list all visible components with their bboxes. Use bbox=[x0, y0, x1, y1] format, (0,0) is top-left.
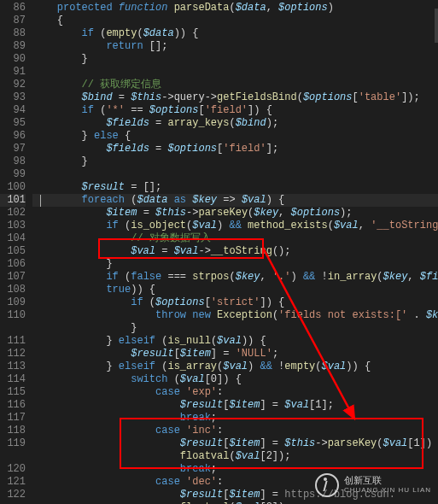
line-number: 114 bbox=[0, 373, 26, 386]
line-number: 109 bbox=[0, 296, 26, 309]
watermark-logo-icon bbox=[315, 473, 339, 497]
code-line[interactable]: } elseif (is_null($val)) { bbox=[32, 335, 438, 348]
line-number: 116 bbox=[0, 399, 26, 412]
code-line[interactable]: $result = []; bbox=[32, 181, 438, 194]
line-number: 97 bbox=[0, 143, 26, 155]
watermark-sub-text: CHUANG XIN HU LIAN bbox=[344, 485, 431, 495]
watermark-main-text: 创新互联 bbox=[344, 475, 431, 485]
line-number: 122 bbox=[0, 489, 26, 501]
line-number: 102 bbox=[0, 207, 26, 220]
line-number: 99 bbox=[0, 168, 26, 181]
code-line[interactable]: $val = $val->__toString(); bbox=[32, 245, 438, 258]
line-number: 111 bbox=[0, 335, 26, 348]
line-number: 108 bbox=[0, 284, 26, 296]
code-line[interactable]: if ('*' == $options['field']) { bbox=[32, 104, 438, 117]
code-line[interactable] bbox=[32, 168, 438, 181]
code-line[interactable]: case 'inc': bbox=[32, 425, 438, 437]
code-line[interactable]: if ($options['strict']) { bbox=[32, 296, 438, 309]
line-number: 110 bbox=[0, 309, 26, 322]
line-number: 106 bbox=[0, 258, 26, 271]
code-line[interactable]: $fields = array_keys($bind); bbox=[32, 117, 438, 130]
code-line[interactable]: $fields = $options['field']; bbox=[32, 143, 438, 155]
code-line[interactable]: throw new Exception('fields not exists:[… bbox=[32, 309, 438, 322]
watermark: 创新互联 CHUANG XIN HU LIAN bbox=[315, 473, 431, 497]
code-line[interactable]: return []; bbox=[32, 40, 438, 53]
line-number: 95 bbox=[0, 117, 26, 130]
code-line[interactable]: protected function parseData($data, $opt… bbox=[32, 2, 438, 15]
code-line[interactable]: } bbox=[32, 155, 438, 168]
line-number: 112 bbox=[0, 348, 26, 360]
text-cursor bbox=[40, 195, 41, 207]
code-line[interactable]: $result[$item] = $val[1]; bbox=[32, 399, 438, 412]
code-line[interactable]: switch ($val[0]) { bbox=[32, 373, 438, 386]
line-number: 115 bbox=[0, 386, 26, 399]
line-number: 93 bbox=[0, 91, 26, 104]
line-number: 101 bbox=[0, 194, 26, 207]
vertical-scrollbar[interactable] bbox=[435, 0, 438, 504]
code-line[interactable]: break; bbox=[32, 412, 438, 425]
line-number: 89 bbox=[0, 40, 26, 53]
line-number bbox=[0, 322, 26, 335]
code-line[interactable]: true)) { bbox=[32, 284, 438, 296]
line-number: 118 bbox=[0, 425, 26, 437]
code-line[interactable]: floatval($val[2]); bbox=[32, 450, 438, 463]
code-line[interactable]: { bbox=[32, 15, 438, 27]
code-line[interactable]: if (is_object($val) && method_exists($va… bbox=[32, 220, 438, 232]
code-line[interactable] bbox=[32, 66, 438, 79]
code-editor[interactable]: 8687888990919293949596979899100101102103… bbox=[0, 0, 438, 504]
code-line[interactable]: } bbox=[32, 322, 438, 335]
code-line[interactable]: } bbox=[32, 53, 438, 66]
line-number: 117 bbox=[0, 412, 26, 425]
code-line[interactable]: // 获取绑定信息 bbox=[32, 79, 438, 91]
line-number bbox=[0, 450, 26, 463]
line-number: 87 bbox=[0, 15, 26, 27]
code-line[interactable]: if (empty($data)) { bbox=[32, 27, 438, 40]
line-number: 105 bbox=[0, 245, 26, 258]
code-line[interactable]: case 'exp': bbox=[32, 386, 438, 399]
line-number: 86 bbox=[0, 2, 26, 15]
code-area[interactable]: protected function parseData($data, $opt… bbox=[32, 0, 438, 504]
line-number: 103 bbox=[0, 220, 26, 232]
line-number: 120 bbox=[0, 463, 26, 476]
code-line[interactable]: $bind = $this->query->getFieldsBind($opt… bbox=[32, 91, 438, 104]
code-line[interactable]: } bbox=[32, 258, 438, 271]
line-number: 88 bbox=[0, 27, 26, 40]
line-number: 104 bbox=[0, 232, 26, 245]
code-line[interactable]: $item = $this->parseKey($key, $options); bbox=[32, 207, 438, 220]
code-line[interactable]: $result[$item] = $this->parseKey($val[1]… bbox=[32, 437, 438, 450]
line-number: 119 bbox=[0, 437, 26, 450]
line-number: 91 bbox=[0, 66, 26, 79]
line-number: 121 bbox=[0, 476, 26, 489]
line-number: 98 bbox=[0, 155, 26, 168]
code-line[interactable]: $result[$item] = 'NULL'; bbox=[32, 348, 438, 360]
code-line[interactable]: } else { bbox=[32, 130, 438, 143]
line-number: 94 bbox=[0, 104, 26, 117]
line-number: 113 bbox=[0, 360, 26, 373]
code-line[interactable]: foreach ($data as $key => $val) { bbox=[32, 194, 438, 207]
line-number: 92 bbox=[0, 79, 26, 91]
scrollbar-thumb[interactable] bbox=[435, 9, 438, 43]
code-line[interactable]: if (false === strpos($key, '.') && !in_a… bbox=[32, 271, 438, 284]
line-number: 107 bbox=[0, 271, 26, 284]
code-line[interactable]: // 对象数据写入 bbox=[32, 232, 438, 245]
code-line[interactable]: } elseif (is_array($val) && !empty($val)… bbox=[32, 360, 438, 373]
line-number: 90 bbox=[0, 53, 26, 66]
line-number: 96 bbox=[0, 130, 26, 143]
line-number: 100 bbox=[0, 181, 26, 194]
line-number-gutter: 8687888990919293949596979899100101102103… bbox=[0, 0, 32, 504]
